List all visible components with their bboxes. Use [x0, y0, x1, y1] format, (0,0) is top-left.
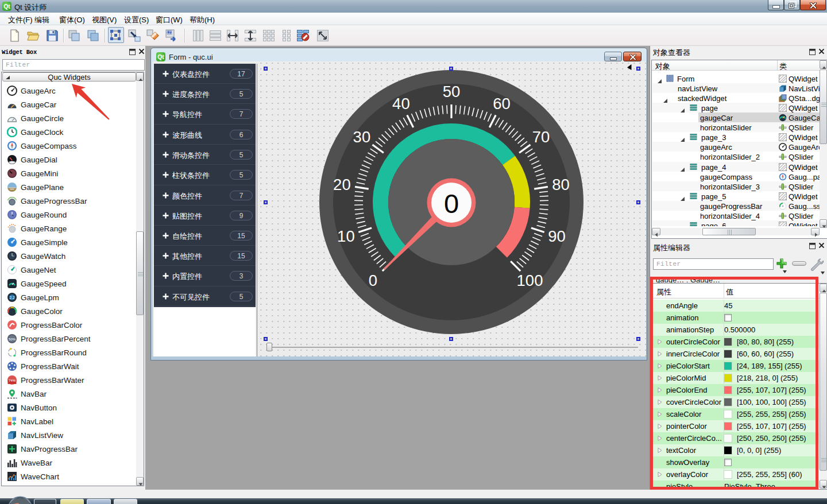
svg-text:2.2: 2.2	[9, 296, 14, 300]
svg-text:40: 40	[392, 95, 410, 113]
svg-text:80: 80	[552, 176, 570, 193]
svg-text:20: 20	[333, 176, 351, 193]
svg-text:50: 50	[443, 83, 461, 100]
svg-text:0: 0	[369, 272, 377, 289]
svg-text:10: 10	[337, 227, 355, 245]
svg-text:100: 100	[517, 272, 543, 289]
svg-text:50%: 50%	[9, 337, 16, 341]
svg-text:70: 70	[532, 128, 550, 146]
svg-text:74%: 74%	[9, 379, 16, 382]
svg-text:60: 60	[493, 95, 511, 113]
svg-text:0: 0	[444, 188, 459, 219]
svg-text:30: 30	[353, 128, 371, 146]
svg-text:90: 90	[548, 227, 566, 245]
svg-text:123: 123	[167, 30, 173, 34]
